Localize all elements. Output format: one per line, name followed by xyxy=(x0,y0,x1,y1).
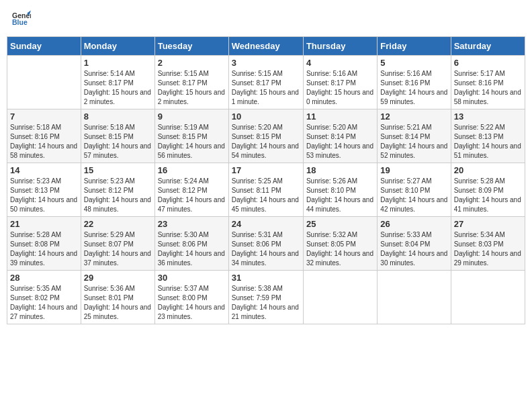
day-number: 7 xyxy=(10,111,78,122)
calendar-cell: 30Sunrise: 5:37 AMSunset: 8:00 PMDayligh… xyxy=(154,271,228,324)
day-info: Sunrise: 5:17 AMSunset: 8:16 PMDaylight:… xyxy=(454,69,522,107)
calendar-cell xyxy=(303,271,377,324)
day-info: Sunrise: 5:33 AMSunset: 8:04 PMDaylight:… xyxy=(380,230,447,268)
day-info: Sunrise: 5:16 AMSunset: 8:17 PMDaylight:… xyxy=(306,69,374,107)
calendar-cell: 27Sunrise: 5:34 AMSunset: 8:03 PMDayligh… xyxy=(451,217,525,271)
calendar-cell: 12Sunrise: 5:21 AMSunset: 8:14 PMDayligh… xyxy=(378,109,451,163)
day-info: Sunrise: 5:26 AMSunset: 8:10 PMDaylight:… xyxy=(306,177,374,214)
day-number: 21 xyxy=(10,219,78,229)
day-number: 23 xyxy=(158,219,226,229)
calendar-cell: 1Sunrise: 5:14 AMSunset: 8:17 PMDaylight… xyxy=(81,56,154,109)
day-info: Sunrise: 5:15 AMSunset: 8:17 PMDaylight:… xyxy=(232,69,300,107)
day-number: 28 xyxy=(10,273,78,283)
calendar-cell: 11Sunrise: 5:20 AMSunset: 8:14 PMDayligh… xyxy=(303,109,377,163)
page-header: General Blue xyxy=(7,7,525,31)
calendar-cell: 10Sunrise: 5:20 AMSunset: 8:15 PMDayligh… xyxy=(228,109,303,163)
calendar-cell: 19Sunrise: 5:27 AMSunset: 8:10 PMDayligh… xyxy=(378,163,451,217)
day-info: Sunrise: 5:32 AMSunset: 8:05 PMDaylight:… xyxy=(306,230,374,268)
day-info: Sunrise: 5:24 AMSunset: 8:12 PMDaylight:… xyxy=(158,177,226,214)
calendar-week-row: 21Sunrise: 5:28 AMSunset: 8:08 PMDayligh… xyxy=(7,217,525,271)
day-header-friday: Friday xyxy=(378,37,451,56)
day-info: Sunrise: 5:21 AMSunset: 8:14 PMDaylight:… xyxy=(380,123,447,161)
calendar-week-row: 1Sunrise: 5:14 AMSunset: 8:17 PMDaylight… xyxy=(7,56,525,109)
calendar-cell: 8Sunrise: 5:18 AMSunset: 8:15 PMDaylight… xyxy=(81,109,154,163)
day-number: 4 xyxy=(306,58,374,68)
calendar-cell: 26Sunrise: 5:33 AMSunset: 8:04 PMDayligh… xyxy=(378,217,451,271)
day-number: 20 xyxy=(454,165,522,175)
day-number: 5 xyxy=(380,58,447,68)
svg-text:Blue: Blue xyxy=(12,18,28,26)
day-number: 8 xyxy=(84,111,152,122)
day-number: 24 xyxy=(232,219,300,229)
day-info: Sunrise: 5:15 AMSunset: 8:17 PMDaylight:… xyxy=(158,69,226,107)
day-info: Sunrise: 5:14 AMSunset: 8:17 PMDaylight:… xyxy=(84,69,152,107)
day-info: Sunrise: 5:30 AMSunset: 8:06 PMDaylight:… xyxy=(158,230,226,268)
day-number: 15 xyxy=(84,165,152,175)
day-header-saturday: Saturday xyxy=(451,37,525,56)
day-number: 30 xyxy=(158,273,226,283)
day-header-sunday: Sunday xyxy=(7,37,81,56)
calendar-cell: 18Sunrise: 5:26 AMSunset: 8:10 PMDayligh… xyxy=(303,163,377,217)
day-number: 17 xyxy=(232,165,300,175)
calendar-cell: 5Sunrise: 5:16 AMSunset: 8:16 PMDaylight… xyxy=(378,56,451,109)
calendar-cell: 16Sunrise: 5:24 AMSunset: 8:12 PMDayligh… xyxy=(154,163,228,217)
calendar-cell: 31Sunrise: 5:38 AMSunset: 7:59 PMDayligh… xyxy=(228,271,303,324)
day-number: 27 xyxy=(454,219,522,229)
day-info: Sunrise: 5:20 AMSunset: 8:14 PMDaylight:… xyxy=(306,123,374,161)
day-number: 14 xyxy=(10,165,78,175)
calendar-week-row: 28Sunrise: 5:35 AMSunset: 8:02 PMDayligh… xyxy=(7,271,525,324)
calendar-week-row: 7Sunrise: 5:18 AMSunset: 8:16 PMDaylight… xyxy=(7,109,525,163)
day-info: Sunrise: 5:38 AMSunset: 7:59 PMDaylight:… xyxy=(232,284,300,322)
day-number: 13 xyxy=(454,111,522,122)
calendar-week-row: 14Sunrise: 5:23 AMSunset: 8:13 PMDayligh… xyxy=(7,163,525,217)
calendar-cell xyxy=(7,56,81,109)
day-header-wednesday: Wednesday xyxy=(228,37,303,56)
day-info: Sunrise: 5:29 AMSunset: 8:07 PMDaylight:… xyxy=(84,230,152,268)
calendar-header-row: SundayMondayTuesdayWednesdayThursdayFrid… xyxy=(7,37,525,56)
day-number: 10 xyxy=(232,111,300,122)
day-info: Sunrise: 5:23 AMSunset: 8:13 PMDaylight:… xyxy=(10,177,78,214)
day-info: Sunrise: 5:22 AMSunset: 8:13 PMDaylight:… xyxy=(454,123,522,161)
logo: General Blue xyxy=(12,9,31,28)
day-number: 16 xyxy=(158,165,226,175)
day-header-thursday: Thursday xyxy=(303,37,377,56)
calendar-cell: 28Sunrise: 5:35 AMSunset: 8:02 PMDayligh… xyxy=(7,271,81,324)
day-info: Sunrise: 5:36 AMSunset: 8:01 PMDaylight:… xyxy=(84,284,152,322)
calendar-cell: 7Sunrise: 5:18 AMSunset: 8:16 PMDaylight… xyxy=(7,109,81,163)
calendar-cell: 20Sunrise: 5:28 AMSunset: 8:09 PMDayligh… xyxy=(451,163,525,217)
day-info: Sunrise: 5:27 AMSunset: 8:10 PMDaylight:… xyxy=(380,177,447,214)
logo-icon: General Blue xyxy=(12,9,31,28)
calendar-cell: 3Sunrise: 5:15 AMSunset: 8:17 PMDaylight… xyxy=(228,56,303,109)
day-number: 12 xyxy=(380,111,447,122)
calendar-cell: 22Sunrise: 5:29 AMSunset: 8:07 PMDayligh… xyxy=(81,217,154,271)
day-number: 26 xyxy=(380,219,447,229)
calendar-cell: 13Sunrise: 5:22 AMSunset: 8:13 PMDayligh… xyxy=(451,109,525,163)
day-number: 31 xyxy=(232,273,300,283)
calendar-cell xyxy=(451,271,525,324)
calendar-cell: 4Sunrise: 5:16 AMSunset: 8:17 PMDaylight… xyxy=(303,56,377,109)
calendar-cell: 9Sunrise: 5:19 AMSunset: 8:15 PMDaylight… xyxy=(154,109,228,163)
day-number: 18 xyxy=(306,165,374,175)
day-info: Sunrise: 5:28 AMSunset: 8:08 PMDaylight:… xyxy=(10,230,78,268)
day-info: Sunrise: 5:37 AMSunset: 8:00 PMDaylight:… xyxy=(158,284,226,322)
day-number: 19 xyxy=(380,165,447,175)
calendar-table: SundayMondayTuesdayWednesdayThursdayFrid… xyxy=(7,36,525,324)
calendar-cell: 6Sunrise: 5:17 AMSunset: 8:16 PMDaylight… xyxy=(451,56,525,109)
day-info: Sunrise: 5:34 AMSunset: 8:03 PMDaylight:… xyxy=(454,230,522,268)
calendar-cell: 15Sunrise: 5:23 AMSunset: 8:12 PMDayligh… xyxy=(81,163,154,217)
day-info: Sunrise: 5:18 AMSunset: 8:15 PMDaylight:… xyxy=(84,123,152,161)
calendar-cell: 29Sunrise: 5:36 AMSunset: 8:01 PMDayligh… xyxy=(81,271,154,324)
day-number: 6 xyxy=(454,58,522,68)
calendar-cell: 17Sunrise: 5:25 AMSunset: 8:11 PMDayligh… xyxy=(228,163,303,217)
day-info: Sunrise: 5:18 AMSunset: 8:16 PMDaylight:… xyxy=(10,123,78,161)
day-number: 2 xyxy=(158,58,226,68)
day-number: 3 xyxy=(232,58,300,68)
day-info: Sunrise: 5:16 AMSunset: 8:16 PMDaylight:… xyxy=(380,69,447,107)
day-number: 1 xyxy=(84,58,152,68)
calendar-cell: 24Sunrise: 5:31 AMSunset: 8:06 PMDayligh… xyxy=(228,217,303,271)
calendar-cell: 14Sunrise: 5:23 AMSunset: 8:13 PMDayligh… xyxy=(7,163,81,217)
calendar-cell: 23Sunrise: 5:30 AMSunset: 8:06 PMDayligh… xyxy=(154,217,228,271)
day-info: Sunrise: 5:28 AMSunset: 8:09 PMDaylight:… xyxy=(454,177,522,214)
day-number: 29 xyxy=(84,273,152,283)
day-number: 9 xyxy=(158,111,226,122)
